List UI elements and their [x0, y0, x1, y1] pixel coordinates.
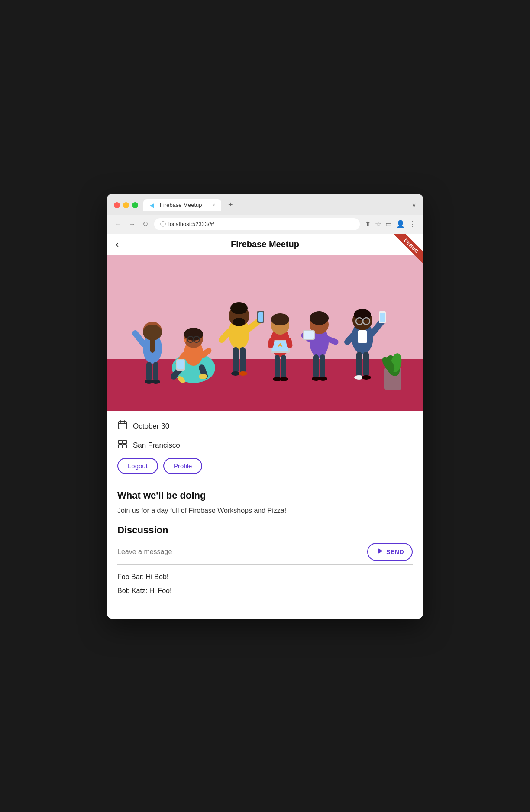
svg-line-73	[372, 322, 382, 334]
forward-nav-button[interactable]: →	[128, 219, 136, 229]
what-description: Join us for a day full of Firebase Works…	[117, 506, 413, 516]
svg-rect-80	[119, 422, 126, 429]
svg-rect-84	[119, 440, 122, 444]
svg-point-64	[319, 377, 327, 381]
browser-titlebar: ◀ Firebase Meetup × + ∨	[107, 194, 423, 215]
svg-rect-62	[320, 354, 325, 378]
minimize-button[interactable]	[123, 202, 129, 208]
svg-line-48	[271, 341, 271, 345]
event-date: October 30	[133, 422, 169, 431]
section-divider	[117, 481, 413, 481]
tab-title: Firebase Meetup	[160, 202, 202, 208]
svg-rect-39	[240, 347, 246, 373]
svg-rect-38	[233, 347, 239, 373]
refresh-button[interactable]: ↻	[142, 219, 149, 229]
svg-point-13	[152, 380, 160, 384]
share-icon[interactable]: ⬆	[365, 220, 371, 228]
tab-bar: ◀ Firebase Meetup × + ∨	[143, 199, 416, 211]
messages-list: Foo Bar: Hi Bob! Bob Katz: Hi Foo!	[117, 572, 413, 610]
tab-close-icon[interactable]: ×	[212, 202, 215, 208]
send-icon	[376, 547, 384, 557]
app-title: Firebase Meetup	[231, 239, 299, 249]
svg-rect-61	[313, 354, 319, 378]
svg-rect-85	[123, 440, 126, 444]
send-button[interactable]: SEND	[367, 543, 413, 561]
svg-point-44	[271, 313, 289, 325]
hero-image	[107, 255, 423, 411]
back-nav-button[interactable]: ←	[114, 219, 123, 229]
svg-line-58	[328, 339, 336, 342]
send-label: SEND	[386, 548, 404, 555]
message-input[interactable]	[117, 548, 362, 556]
location-row: San Francisco	[117, 439, 413, 452]
svg-rect-8	[150, 338, 155, 353]
event-info: October 30 San Francisco Logout Profile	[107, 411, 423, 619]
action-buttons: Logout Profile	[117, 458, 413, 474]
svg-rect-77	[363, 352, 369, 377]
svg-rect-75	[380, 313, 385, 322]
message-item: Foo Bar: Hi Bob!	[117, 572, 413, 582]
menu-icon[interactable]: ⋮	[409, 220, 416, 228]
what-title: What we'll be doing	[117, 490, 413, 501]
location-icon	[117, 439, 128, 452]
svg-rect-86	[119, 445, 122, 448]
bookmark-icon[interactable]: ☆	[375, 220, 381, 228]
svg-rect-50	[275, 355, 280, 379]
svg-line-49	[289, 341, 290, 345]
svg-rect-76	[356, 352, 362, 377]
svg-rect-10	[146, 362, 152, 381]
svg-rect-66	[358, 330, 367, 343]
tab-menu-icon[interactable]: ∨	[412, 202, 416, 209]
profile-icon[interactable]: 👤	[396, 220, 405, 228]
date-row: October 30	[117, 420, 413, 433]
svg-rect-60	[304, 331, 314, 339]
svg-point-32	[230, 302, 248, 314]
svg-rect-29	[177, 360, 184, 369]
profile-button[interactable]: Profile	[163, 458, 203, 474]
hero-illustration	[107, 255, 423, 411]
close-button[interactable]	[114, 202, 120, 208]
calendar-icon	[117, 420, 128, 433]
discussion-title: Discussion	[117, 525, 413, 536]
app-back-button[interactable]: ‹	[116, 240, 119, 249]
svg-point-79	[362, 375, 371, 380]
svg-rect-51	[281, 355, 286, 379]
browser-toolbar: ← → ↻ ⓘ localhost:52333/#/ ⬆ ☆ ▭ 👤 ⋮	[107, 215, 423, 234]
new-tab-button[interactable]: +	[225, 200, 236, 209]
maximize-button[interactable]	[132, 202, 138, 208]
address-bar[interactable]: ⓘ localhost:52333/#/	[154, 218, 360, 230]
tab-favicon-icon: ◀	[149, 202, 156, 209]
svg-point-53	[279, 377, 288, 381]
svg-marker-88	[378, 548, 383, 554]
svg-point-33	[233, 318, 245, 326]
event-location: San Francisco	[133, 441, 180, 450]
svg-line-9	[135, 333, 144, 344]
logout-button[interactable]: Logout	[117, 458, 158, 474]
message-input-row: SEND	[117, 543, 413, 565]
security-icon: ⓘ	[160, 220, 166, 228]
app-content: DEBUG ‹ Firebase Meetup	[107, 234, 423, 619]
browser-tab[interactable]: ◀ Firebase Meetup ×	[143, 199, 221, 211]
svg-line-21	[203, 351, 209, 355]
svg-point-18	[199, 374, 207, 379]
svg-rect-87	[123, 445, 126, 448]
reader-icon[interactable]: ▭	[385, 220, 392, 228]
browser-window: ◀ Firebase Meetup × + ∨ ← → ↻ ⓘ localhos…	[107, 194, 423, 619]
svg-point-56	[310, 311, 329, 325]
svg-line-72	[347, 335, 353, 342]
address-text: localhost:52333/#/	[168, 221, 214, 227]
svg-rect-11	[153, 362, 158, 381]
svg-line-34	[222, 331, 229, 340]
svg-point-27	[184, 339, 186, 342]
browser-toolbar-icons: ⬆ ☆ ▭ 👤 ⋮	[365, 220, 416, 228]
svg-rect-37	[258, 312, 263, 322]
app-header: ‹ Firebase Meetup	[107, 234, 423, 255]
traffic-lights	[114, 202, 138, 208]
svg-point-41	[239, 371, 247, 376]
message-item: Bob Katz: Hi Foo!	[117, 586, 413, 596]
